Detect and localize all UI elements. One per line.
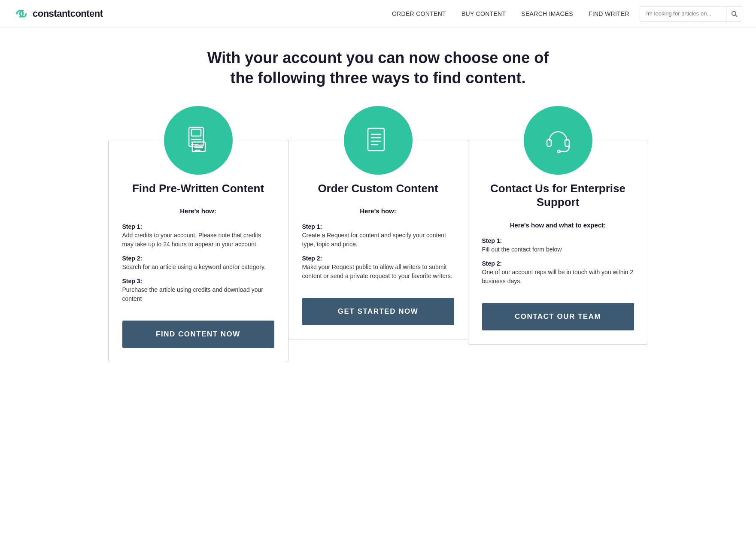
headset-icon (524, 106, 592, 175)
card-find-content: Find Pre-Written ContentHere's how:Step … (108, 140, 288, 363)
card-content-order-content: Order Custom ContentHere's how:Step 1:Cr… (302, 182, 454, 281)
card-subtitle-order-content: Here's how: (302, 207, 454, 215)
svg-line-1 (735, 15, 737, 17)
cards-section: Find Pre-Written ContentHere's how:Step … (0, 106, 756, 388)
search-button[interactable] (726, 6, 742, 21)
card-content-contact-team: Contact Us for Enterprise SupportHere's … (482, 182, 634, 286)
step-text-find-content-0: Add credits to your account. Please note… (122, 231, 274, 249)
hero-section: With your account you can now choose one… (0, 27, 756, 106)
card-subtitle-find-content: Here's how: (122, 207, 274, 215)
card-title-contact-team: Contact Us for Enterprise Support (482, 182, 634, 209)
card-subtitle-contact-team: Here's how and what to expect: (482, 221, 634, 229)
step-label-contact-team-0: Step 1: (482, 237, 634, 244)
svg-rect-3 (191, 129, 201, 136)
logo-link[interactable]: constantcontent (14, 6, 103, 21)
card-order-content: Order Custom ContentHere's how:Step 1:Cr… (288, 140, 468, 340)
hero-title: With your account you can now choose one… (206, 48, 550, 88)
card-button-contact-team[interactable]: CONTACT OUR TEAM (482, 303, 634, 330)
step-label-contact-team-1: Step 2: (482, 260, 634, 267)
nav-link-order-content[interactable]: ORDER CONTENT (392, 10, 446, 17)
svg-rect-12 (368, 128, 384, 151)
search-icon (731, 10, 738, 17)
step-label-order-content-1: Step 2: (302, 255, 454, 262)
card-button-find-content[interactable]: FIND CONTENT NOW (122, 321, 274, 348)
step-text-order-content-1: Make your Request public to allow all wr… (302, 263, 454, 281)
document-lines-icon (344, 106, 413, 175)
step-text-find-content-1: Search for an article using a keyword an… (122, 263, 274, 272)
nav-link-buy-content[interactable]: BUY CONTENT (461, 10, 506, 17)
nav-link-find-writer[interactable]: FIND WRITER (589, 10, 629, 17)
card-title-find-content: Find Pre-Written Content (122, 182, 274, 196)
step-text-contact-team-1: One of our account reps will be in touch… (482, 268, 634, 286)
step-label-find-content-1: Step 2: (122, 255, 274, 262)
step-label-find-content-0: Step 1: (122, 223, 274, 230)
card-button-order-content[interactable]: GET STARTED NOW (302, 298, 454, 325)
step-label-order-content-0: Step 1: (302, 223, 454, 230)
card-title-order-content: Order Custom Content (302, 182, 454, 196)
nav-links: ORDER CONTENTBUY CONTENTSEARCH IMAGESFIN… (392, 10, 629, 18)
nav-link-search-images[interactable]: SEARCH IMAGES (521, 10, 573, 17)
logo-icon (14, 6, 29, 21)
document-icon (164, 106, 233, 175)
logo-text: constantcontent (33, 8, 103, 19)
step-text-find-content-2: Purchase the article using credits and d… (122, 285, 274, 303)
card-contact-team: Contact Us for Enterprise SupportHere's … (468, 140, 648, 345)
step-label-find-content-2: Step 3: (122, 278, 274, 285)
step-text-order-content-0: Create a Request for content and specify… (302, 231, 454, 249)
search-bar (640, 6, 742, 21)
search-input[interactable] (640, 10, 726, 17)
svg-point-19 (558, 150, 560, 153)
card-content-find-content: Find Pre-Written ContentHere's how:Step … (122, 182, 274, 304)
step-text-contact-team-0: Fill out the contact form below (482, 245, 634, 254)
navbar: constantcontent ORDER CONTENTBUY CONTENT… (0, 0, 756, 27)
